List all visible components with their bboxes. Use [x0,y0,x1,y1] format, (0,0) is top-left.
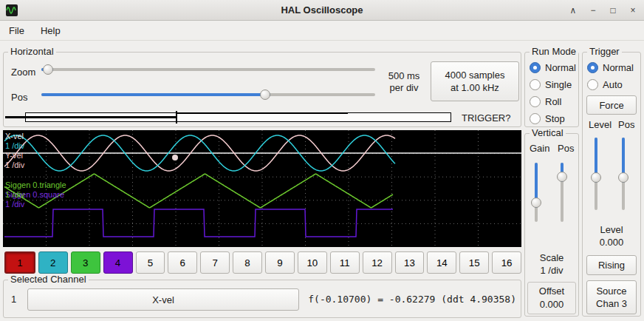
trigger-level-slider[interactable] [590,132,602,215]
waveform-canvas [3,130,521,247]
trigger-source-button[interactable]: Source Chan 3 [586,280,637,314]
channel-button-14[interactable]: 14 [427,251,456,274]
runmode-stop-radio[interactable]: Stop [530,112,565,124]
radio-label: Auto [603,79,623,90]
channel-button-2[interactable]: 2 [38,251,68,274]
slider-fill [41,93,270,96]
channel-button-10[interactable]: 10 [298,251,327,274]
channel-button-8[interactable]: 8 [233,251,262,274]
scope-display[interactable]: X-vel1 /divY-vel1 /divSiggen 0.triangleS… [3,130,521,247]
radio-indicator [587,79,598,90]
radio-indicator [587,62,598,73]
force-button[interactable]: Force [586,95,637,115]
selected-channel-group-label: Selected Channel [8,274,89,285]
menubar: File Help [0,21,644,41]
slider-handle[interactable] [618,172,628,183]
radio-label: Roll [545,96,561,107]
source-line2: Chan 3 [596,297,627,310]
radio-indicator [530,96,541,107]
channel-readout: f(-0.10700) = -0.62279 (ddt 4.90358) [308,294,516,305]
trigger-level-label: Level [589,119,612,130]
horizontal-group-label: Horizontal [8,46,56,57]
pos-label: Pos [11,92,27,103]
channel-button-5[interactable]: 5 [136,251,165,274]
samples-button[interactable]: 4000 samples at 1.00 kHz [431,61,519,101]
runmode-normal-radio[interactable]: Normal [530,61,576,73]
slider-handle[interactable] [557,172,567,182]
level-value: 0.000 [583,237,640,248]
channel-button-12[interactable]: 12 [363,251,392,274]
radio-label: Normal [603,62,634,73]
radio-indicator [530,79,541,90]
vertical-pos-slider[interactable] [556,158,568,227]
selected-channel-group: Selected Channel 1 X-vel f(-0.10700) = -… [3,280,521,318]
slider-handle[interactable] [531,197,541,208]
samples-line2: at 1.00 kHz [451,81,499,94]
menu-file[interactable]: File [1,22,32,39]
scope-channel-label: 1 /div [5,141,24,150]
minimize-icon[interactable]: − [588,5,598,16]
shade-icon[interactable]: ∧ [568,5,578,16]
selected-channel-number: 1 [11,294,16,305]
position-indicator[interactable] [5,111,453,124]
gain-label: Gain [530,143,549,154]
trigger-group-label: Trigger [587,46,622,57]
scope-channel-label: Y-vel [5,151,23,160]
zoom-slider[interactable] [36,64,380,75]
trigger-group: Trigger Normal Auto Force Level Pos Leve… [582,52,641,317]
level-caption: Level [583,224,640,235]
channel-button-11[interactable]: 11 [330,251,360,274]
titlebar[interactable]: HAL Oscilloscope ∧ − □ × [0,0,644,21]
channel-button-15[interactable]: 15 [459,251,489,274]
vertical-group-label: Vertical [530,127,566,138]
pos-slider[interactable] [36,89,380,101]
channel-button-16[interactable]: 16 [492,251,521,274]
slider-handle[interactable] [591,172,601,183]
scope-channel-label: Siggen 0.triangle [5,180,66,189]
runmode-single-radio[interactable]: Single [530,78,572,90]
trigger-pos-slider[interactable] [617,132,629,215]
window-title: HAL Oscilloscope [0,0,644,21]
slider-handle[interactable] [43,64,53,75]
channel-button-9[interactable]: 9 [265,251,295,274]
close-icon[interactable]: × [628,5,638,16]
trigger-normal-radio[interactable]: Normal [587,61,634,73]
scale-value: 1 /div [525,265,578,276]
channel-button-13[interactable]: 13 [395,251,425,274]
radio-indicator [530,113,541,124]
radio-indicator [530,62,541,73]
scale-label: Scale [525,252,578,263]
channel-button-6[interactable]: 6 [168,251,197,274]
gain-slider[interactable] [530,158,542,227]
slider-handle[interactable] [260,89,270,100]
slider-groove [41,68,375,71]
scope-channel-label: 1 /div [5,190,24,199]
slope-button[interactable]: Rising [586,255,637,275]
radio-label: Normal [545,62,576,73]
data-extent-bar [5,116,176,118]
channel-button-4[interactable]: 4 [103,251,133,274]
channel-button-3[interactable]: 3 [71,251,100,274]
maximize-icon[interactable]: □ [608,5,618,16]
slope-button-label: Rising [598,259,625,271]
trigger-pos-label: Pos [618,119,634,130]
time-per-div-value: 500 ms [380,70,428,82]
offset-frame: Offset 0.000 [527,282,576,314]
scope-channel-label: 1 /div [5,160,24,169]
trigger-tick [176,111,177,124]
trigger-auto-radio[interactable]: Auto [587,78,623,90]
channel-name-label: X-vel [152,294,174,306]
horizontal-group: Horizontal Zoom 500 ms per div 4000 samp… [3,52,521,127]
zoom-label: Zoom [11,67,35,78]
channel-button-1[interactable]: 1 [4,251,35,274]
time-per-div-unit: per div [380,82,428,94]
time-per-div: 500 ms per div [380,70,428,94]
runmode-roll-radio[interactable]: Roll [530,95,561,107]
vertical-group: Vertical Gain Pos Scale 1 /div Offset 0.… [524,133,579,317]
source-line1: Source [596,285,626,297]
channel-button-7[interactable]: 7 [200,251,230,274]
radio-label: Single [545,79,572,90]
run-mode-group-label: Run Mode [530,46,578,57]
channel-name-button[interactable]: X-vel [27,288,299,311]
menu-help[interactable]: Help [33,22,68,39]
